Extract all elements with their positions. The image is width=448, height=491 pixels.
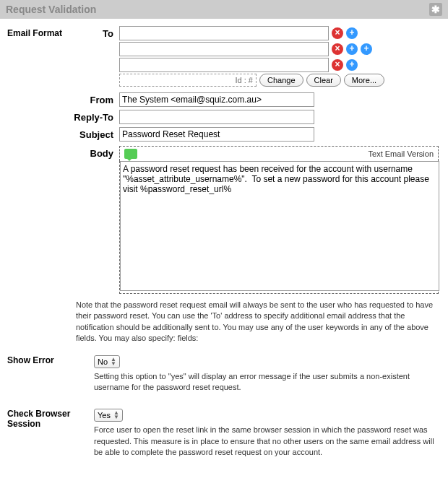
change-button[interactable]: Change — [259, 74, 303, 87]
from-input[interactable] — [119, 92, 314, 107]
show-error-label: Show Error — [7, 355, 94, 402]
show-error-value: No — [98, 357, 108, 366]
more-button[interactable]: More... — [344, 74, 384, 87]
select-arrows-icon: ▲▼ — [111, 357, 116, 366]
select-arrows-icon: ▲▼ — [113, 411, 119, 420]
add-icon[interactable]: + — [346, 59, 358, 71]
check-browser-select[interactable]: Yes ▲▼ — [94, 409, 123, 422]
favorite-icon[interactable]: ✱ — [429, 3, 442, 16]
check-browser-help: Force user to open the reset link in the… — [94, 425, 441, 458]
remove-icon[interactable]: × — [332, 27, 343, 39]
section-header: Request Validation ✱ — [0, 0, 448, 19]
keyword-icon[interactable] — [124, 149, 137, 159]
add-icon[interactable]: + — [346, 27, 358, 39]
body-textarea[interactable] — [120, 161, 439, 291]
show-error-help: Setting this option to "yes" will displa… — [94, 371, 441, 394]
reply-to-input[interactable] — [119, 110, 314, 124]
text-email-version-link[interactable]: Text Email Version — [369, 149, 434, 158]
remove-icon[interactable]: × — [332, 43, 343, 55]
to-input-2[interactable] — [119, 58, 329, 72]
body-toolbar: Text Email Version — [119, 146, 439, 161]
body-label: Body — [72, 146, 119, 294]
check-browser-value: Yes — [98, 411, 111, 420]
email-format-note: Note that the password reset request ema… — [76, 300, 441, 344]
check-browser-label: Check Browser Session — [7, 409, 94, 466]
clear-button[interactable]: Clear — [306, 74, 341, 87]
email-format-label: Email Format — [7, 26, 72, 87]
section-title: Request Validation — [6, 4, 96, 15]
asset-id-box[interactable]: Id : # — [119, 74, 257, 87]
subject-label: Subject — [72, 127, 119, 142]
from-label: From — [72, 92, 119, 107]
to-label: To — [72, 26, 119, 87]
to-input-0[interactable] — [119, 26, 329, 40]
reply-to-label: Reply-To — [72, 110, 119, 124]
subject-input[interactable] — [119, 127, 314, 142]
to-input-1[interactable] — [119, 42, 329, 56]
add-icon[interactable]: + — [346, 43, 358, 55]
remove-icon[interactable]: × — [332, 59, 343, 71]
show-error-select[interactable]: No ▲▼ — [94, 355, 120, 368]
add-extra-icon[interactable]: + — [361, 43, 372, 55]
